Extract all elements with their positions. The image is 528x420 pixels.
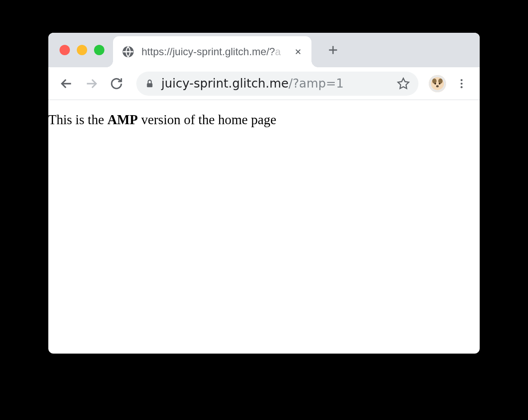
svg-point-19 <box>461 86 463 88</box>
svg-point-17 <box>461 79 463 81</box>
svg-point-12 <box>432 78 437 84</box>
url-text: juicy-sprint.glitch.me/?amp=1 <box>161 76 390 91</box>
toolbar: juicy-sprint.glitch.me/?amp=1 <box>48 67 480 100</box>
close-tab-button[interactable] <box>292 45 305 58</box>
page-content: This is the AMP version of the home page <box>48 100 480 129</box>
lock-icon <box>145 79 154 88</box>
tab-title: https://juicy-sprint.glitch.me/?a <box>141 46 292 58</box>
svg-point-16 <box>436 85 439 87</box>
minimize-window-button[interactable] <box>77 45 87 55</box>
svg-point-15 <box>439 83 440 85</box>
profile-avatar[interactable] <box>429 75 446 92</box>
close-window-button[interactable] <box>60 45 70 55</box>
svg-point-14 <box>434 83 436 85</box>
globe-icon <box>122 45 135 58</box>
reload-button[interactable] <box>107 74 126 93</box>
window-controls <box>48 45 104 55</box>
page-body-text: This is the AMP version of the home page <box>48 111 480 129</box>
svg-point-11 <box>431 77 444 90</box>
svg-rect-8 <box>147 83 153 87</box>
svg-point-18 <box>461 82 463 85</box>
back-button[interactable] <box>57 74 76 93</box>
maximize-window-button[interactable] <box>94 45 104 55</box>
new-tab-button[interactable] <box>324 41 342 59</box>
svg-point-13 <box>438 78 443 84</box>
browser-tab[interactable]: https://juicy-sprint.glitch.me/?a <box>113 36 311 67</box>
browser-window: https://juicy-sprint.glitch.me/?a <box>48 33 480 354</box>
menu-button[interactable] <box>452 74 471 93</box>
forward-button[interactable] <box>82 74 101 93</box>
address-bar[interactable]: juicy-sprint.glitch.me/?amp=1 <box>136 72 418 96</box>
bookmark-star-icon[interactable] <box>397 77 410 90</box>
tab-bar: https://juicy-sprint.glitch.me/?a <box>48 33 480 67</box>
svg-marker-9 <box>398 78 409 88</box>
